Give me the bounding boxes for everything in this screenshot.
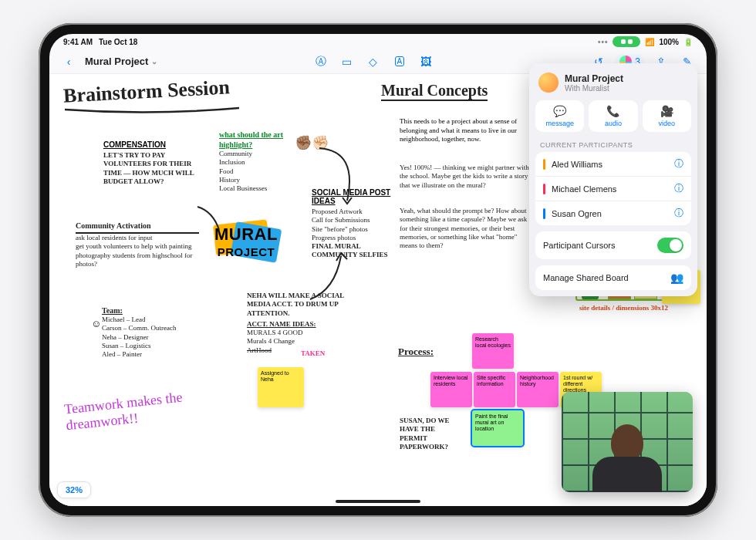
audio-button[interactable]: 📞audio <box>589 100 637 132</box>
status-bar: 9:41 AM Tue Oct 18 ••• 📶 100% 🔋 <box>49 34 707 49</box>
teamwork-quote: Teamwork makes the dreamwork!! <box>63 386 220 434</box>
social-item: COMMUNITY SELFIES <box>312 251 412 259</box>
logo-line2: PROJECT <box>218 245 275 258</box>
popover-subtitle: With Muralist <box>565 84 623 93</box>
sticky-siteinfo[interactable]: Site specific information <box>474 372 515 407</box>
message-button[interactable]: 💬message <box>535 100 584 132</box>
sticky-text: Research local ecologies <box>475 336 511 348</box>
acct-taken: TAKEN <box>301 349 325 358</box>
team-title: Team: <box>102 305 225 316</box>
video-icon: 🎥 <box>660 105 673 117</box>
process-title: Process: <box>398 346 434 358</box>
textbox-tool-button[interactable]: A <box>390 52 410 72</box>
sticky-text: Site specific information <box>477 375 505 386</box>
compensation-body: LET'S TRY TO PAY VOLUNTEERS FOR THEIR TI… <box>103 151 204 186</box>
shape-tool-button[interactable]: ◇ <box>363 52 383 72</box>
social-item: Site "before" photos <box>312 225 412 234</box>
smiley-icon: ☺ <box>91 318 101 329</box>
video-button[interactable]: 🎥video <box>643 100 691 132</box>
team-item: Michael – Lead <box>102 316 225 324</box>
collaboration-popover: Mural Project With Muralist 💬message 📞au… <box>529 63 697 296</box>
participant-color <box>543 159 545 170</box>
text-tool-button[interactable]: Ⓐ <box>311 52 331 72</box>
status-time: 9:41 AM <box>63 38 93 46</box>
info-icon[interactable]: ⓘ <box>674 157 683 170</box>
info-icon[interactable]: ⓘ <box>674 182 683 195</box>
compensation-block: COMPENSATION LET'S TRY TO PAY VOLUNTEERS… <box>103 140 204 186</box>
manage-shared-row[interactable]: Manage Shared Board 👥 <box>535 265 691 290</box>
battery-text: 100% <box>659 38 679 46</box>
info-icon[interactable]: ⓘ <box>674 207 683 220</box>
sticky-interview[interactable]: Interview local residents <box>430 372 472 407</box>
activation-title: Community Activation <box>76 221 199 234</box>
manage-label: Manage Shared Board <box>543 273 629 282</box>
acct-block: NEHA WILL MAKE A SOCIAL MEDIA ACCT. TO D… <box>247 292 363 355</box>
zoom-level[interactable]: 32% <box>57 481 91 498</box>
participant-row[interactable]: Michael Clemens ⓘ <box>535 177 691 201</box>
sticky-text: Paint the final mural art on location <box>475 413 508 431</box>
cursors-label: Participant Cursors <box>543 241 616 250</box>
activation-item: get youth volunteers to help with painti… <box>76 242 199 251</box>
sticky-final[interactable]: Paint the final mural art on location <box>472 410 523 446</box>
pip-person <box>592 415 662 492</box>
participant-color <box>543 184 545 194</box>
sticky-assigned[interactable]: Assigned to Neha <box>258 367 304 407</box>
participant-color <box>543 208 545 219</box>
phone-icon: 📞 <box>606 105 619 117</box>
document-title[interactable]: Mural Project ⌄ <box>85 56 157 67</box>
sticky-history[interactable]: Neighborhood history <box>517 372 559 407</box>
home-indicator[interactable] <box>336 500 420 503</box>
sticky-text: Interview local residents <box>434 375 467 386</box>
team-item: Aled – Painter <box>102 350 225 359</box>
zoom-text: 32% <box>66 485 83 494</box>
mural-logo-block: MURAL PROJECT <box>214 222 278 255</box>
participants-section-label: CURRENT PARTICIPANTS <box>535 138 691 152</box>
facetime-pip[interactable] <box>562 392 693 492</box>
activation-block: Community Activation ask local residents… <box>76 221 199 268</box>
sticky-research[interactable]: Research local ecologies <box>472 333 514 369</box>
highlight-item: Food <box>219 167 312 176</box>
heading-concepts: Mural Concepts <box>381 82 488 101</box>
social-item: Call for Submissions <box>312 216 412 224</box>
activation-item: photography students from highschool for… <box>76 251 199 269</box>
team-item: Neha – Designer <box>102 333 225 342</box>
social-item: Progress photos <box>312 234 412 242</box>
permit-note: SUSAN, DO WE HAVE THE PERMIT PAPERWORK? <box>400 417 460 451</box>
sticky-text: 1st round w/ different directions <box>563 375 592 393</box>
team-block: Team: Michael – Lead Carson – Comm. Outr… <box>102 305 225 359</box>
participant-name: Michael Clemens <box>552 184 616 194</box>
site-note: site details / dimensions 30x12 <box>579 304 668 312</box>
acct-line1: NEHA WILL MAKE A SOCIAL MEDIA ACCT. TO D… <box>247 292 363 318</box>
activation-item: ask local residents for input <box>76 234 199 242</box>
ellipsis-icon[interactable]: ••• <box>598 38 609 46</box>
message-icon: 💬 <box>553 105 566 117</box>
participant-row[interactable]: Susan Ogren ⓘ <box>535 201 691 225</box>
back-button[interactable]: ‹ <box>59 52 79 72</box>
participants-list: Aled Williams ⓘ Michael Clemens ⓘ Susan … <box>535 152 691 225</box>
media-tool-button[interactable]: 🖼 <box>416 52 436 72</box>
highlight-item: History <box>219 176 312 184</box>
social-item: FINAL MURAL <box>312 242 412 251</box>
btn-label: video <box>659 120 676 127</box>
highlight-item: Local Businesses <box>219 184 312 193</box>
acct-item: Murals 4 Change <box>247 337 363 346</box>
sticky-tool-button[interactable]: ▭ <box>337 52 357 72</box>
screen: 9:41 AM Tue Oct 18 ••• 📶 100% 🔋 ‹ Mural … <box>49 34 707 506</box>
participant-name: Susan Ogren <box>552 209 602 218</box>
popover-avatar-icon <box>538 73 559 93</box>
concepts-intro: This needs to be a project about a sense… <box>400 117 531 144</box>
sticky-text: Assigned to Neha <box>261 370 289 382</box>
battery-icon: 🔋 <box>683 38 693 46</box>
concepts-reply: Yes! 100%! — thinking we might partner w… <box>400 164 531 190</box>
participant-cursors-row[interactable]: Participant Cursors <box>535 231 691 259</box>
participant-name: Aled Williams <box>552 160 602 169</box>
wifi-icon: 📶 <box>645 38 654 46</box>
highlight-item: Inclusion <box>219 158 312 167</box>
cursors-toggle[interactable] <box>657 238 683 253</box>
participant-row[interactable]: Aled Williams ⓘ <box>535 152 691 177</box>
recording-indicator-pill[interactable] <box>613 36 640 47</box>
heading-brainstorm: Brainstorm Session <box>62 76 230 107</box>
document-title-text: Mural Project <box>85 56 148 67</box>
team-item: Susan – Logistics <box>102 342 225 350</box>
fist-icon: ✊🏻 <box>312 134 329 151</box>
